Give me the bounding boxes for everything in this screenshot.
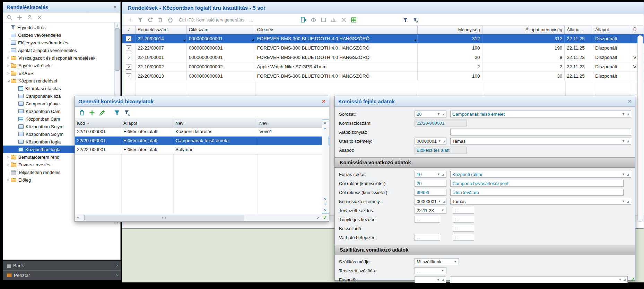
- add-icon[interactable]: [88, 109, 95, 116]
- frame-icon[interactable]: [320, 16, 327, 23]
- sorozat-code-combo[interactable]: 20▼: [415, 111, 446, 117]
- column-header-ugyfel[interactable]: Ü: [631, 26, 644, 34]
- tervezett-szallitas-date[interactable]: . .▼: [415, 267, 446, 274]
- column-header-allapot-mennyiseg[interactable]: Állapot mennyiség: [482, 26, 565, 34]
- row-checkbox[interactable]: ✓: [126, 36, 131, 42]
- confirm-check-icon[interactable]: ✓: [630, 277, 635, 283]
- expander-icon[interactable]: ▷: [6, 64, 11, 67]
- table-row[interactable]: ✓ 22-20/00014 0000000000001 FOREVER BMS-…: [122, 34, 644, 44]
- clear-icon[interactable]: [340, 16, 347, 23]
- expander-icon[interactable]: ▷: [6, 178, 11, 182]
- szallitas-modja-combo[interactable]: Mi szállítunk▼: [415, 258, 459, 265]
- dialog-table-row-selected[interactable]: 22/20-000001 Előkészítés alatt Camponána…: [75, 137, 329, 146]
- forras-code-combo[interactable]: 10▼: [415, 171, 446, 178]
- search-icon[interactable]: [6, 14, 13, 21]
- cel-raktar-name-input[interactable]: Campona bevásárlóközpont: [450, 180, 624, 187]
- goto-last-icon[interactable]: <: [322, 207, 329, 213]
- add-icon[interactable]: [127, 16, 133, 23]
- filter-remove-icon[interactable]: [412, 16, 419, 23]
- column-header-nev2[interactable]: Név: [257, 119, 321, 127]
- sidebar-item-visszaigazolt[interactable]: ▷Visszaigazolt és diszponált rendelések: [3, 54, 120, 62]
- dialog-horizontal-scrollbar[interactable]: < III > ✓: [75, 214, 329, 221]
- komissiozo-name-combo[interactable]: Tamás▼: [450, 198, 631, 205]
- sidebar-item-kozpont-rendelesei[interactable]: ◢Központ rendelései: [3, 77, 120, 85]
- expander-icon[interactable]: ▷: [6, 71, 11, 75]
- scroll-down-icon[interactable]: <: [322, 196, 329, 202]
- module-penztar[interactable]: Pénztár >: [3, 270, 121, 280]
- table-row[interactable]: ✓ 22-10/00002 0000000000002 Apple Watch …: [122, 62, 644, 72]
- tenyleges-kezdes-time[interactable]: : :: [453, 216, 474, 223]
- fuvarkor-name-combo[interactable]: ▼: [450, 276, 628, 283]
- page-up-icon[interactable]: «: [322, 126, 329, 131]
- eye-icon[interactable]: [310, 16, 317, 23]
- row-checkbox[interactable]: ✓: [126, 55, 131, 60]
- sidebar-item-osszes-vevorendeles[interactable]: Összes vevőrendelés: [3, 31, 120, 39]
- row-checkbox[interactable]: ✓: [126, 45, 131, 51]
- column-header-mennyiseg[interactable]: Mennyiség: [418, 26, 482, 34]
- column-header-nev[interactable]: Név: [173, 119, 257, 127]
- table-row[interactable]: ✓ 22-20/00013 0000000000001 FOREVER BMS-…: [122, 72, 644, 81]
- dialog-table-row[interactable]: 22/10-000001 Előkészítés alatt Központi …: [75, 128, 329, 137]
- column-header-rendelesszam[interactable]: Rendelésszám: [136, 26, 187, 34]
- scroll-up-icon[interactable]: <: [115, 23, 120, 28]
- table-vertical-scrollbar[interactable]: [637, 35, 643, 222]
- sidebar-item-egyeb-szuresek[interactable]: ▷Egyéb szűrések: [3, 62, 120, 69]
- dialog-close-button[interactable]: ×: [628, 98, 632, 104]
- forras-name-combo[interactable]: Központi raktár▼: [450, 171, 631, 178]
- expander-icon[interactable]: ▷: [6, 56, 11, 60]
- tervezett-kezdes-date[interactable]: 22.11.23▼: [415, 207, 446, 214]
- utasito-name-combo[interactable]: Tamás▼: [450, 138, 631, 144]
- export-document-icon[interactable]: [300, 16, 307, 23]
- table-row[interactable]: ✓ 22-22/00007 0000000000001 FOREVER BMS-…: [122, 44, 644, 53]
- tenyleges-kezdes-date[interactable]: . .: [415, 216, 440, 223]
- row-checkbox[interactable]: ✓: [126, 73, 131, 79]
- column-header-allapot[interactable]: Állapot: [593, 26, 631, 34]
- add-icon[interactable]: [16, 14, 23, 21]
- sidebar-item-kitarolasi-utasitas[interactable]: Kitárolási utasítás: [3, 85, 120, 92]
- alapbizonylat-input[interactable]: [450, 129, 631, 135]
- utasito-code-combo[interactable]: 00000001▼: [415, 138, 446, 144]
- expander-icon[interactable]: ▷: [6, 163, 11, 166]
- filter-icon[interactable]: [137, 16, 143, 23]
- filter-apply-icon[interactable]: [402, 16, 409, 23]
- column-header-check[interactable]: ✓: [122, 26, 136, 34]
- column-header-allapot-datum[interactable]: Állapo...: [565, 26, 593, 34]
- filter-remove-icon[interactable]: [123, 109, 130, 116]
- scrollbar-thumb[interactable]: [115, 28, 120, 71]
- komissiozo-code-combo[interactable]: 00000001▼: [415, 198, 446, 205]
- scrollbar-thumb[interactable]: III: [84, 215, 244, 220]
- varhato-befejezes-date[interactable]: . .: [415, 234, 440, 241]
- column-header-kod[interactable]: Kód▲: [75, 119, 121, 127]
- sidebar-item-ekaer[interactable]: ▷EKAER: [3, 69, 120, 77]
- sidebar-item-egyedi-szures[interactable]: Egyedi szűrés: [3, 24, 120, 31]
- scroll-right-icon[interactable]: >: [315, 215, 321, 221]
- filter-apply-icon[interactable]: [113, 109, 120, 116]
- expander-icon[interactable]: ▷: [6, 155, 11, 159]
- goto-first-icon[interactable]: <: [322, 120, 329, 126]
- cel-rekesz-name-input[interactable]: Úton lévő áru: [450, 189, 624, 196]
- column-header-cikknev[interactable]: Cikknév: [255, 26, 418, 34]
- dialog-close-button[interactable]: ×: [322, 98, 325, 104]
- cel-raktar-code-input[interactable]: 20: [415, 180, 446, 187]
- sidebar-item-ajanlat-allapotu[interactable]: Ajánlat állapotú vevőrendelés: [3, 46, 120, 54]
- confirm-check-icon[interactable]: ✓: [323, 214, 327, 221]
- becsult-ido-time[interactable]: : :: [453, 225, 474, 232]
- scroll-left-icon[interactable]: <: [75, 215, 81, 221]
- fuvarkor-code-combo[interactable]: ▼: [415, 276, 446, 283]
- clear-filter-icon[interactable]: [36, 14, 43, 21]
- delete-icon[interactable]: [157, 16, 164, 23]
- column-header-allapot[interactable]: Állapot: [121, 119, 173, 127]
- print-icon[interactable]: [167, 16, 174, 23]
- column-header-cikkszam[interactable]: Cikkszám: [187, 26, 255, 34]
- more-icon[interactable]: ...: [249, 17, 253, 23]
- delete-icon[interactable]: [78, 109, 85, 116]
- refresh-icon[interactable]: [147, 16, 154, 23]
- user-icon[interactable]: [26, 14, 33, 21]
- module-bank[interactable]: Bank >: [3, 261, 121, 270]
- expander-icon[interactable]: ◢: [6, 79, 11, 82]
- table-row[interactable]: ✓ 22-10/00001 0000000000001 FOREVER BMS-…: [122, 53, 644, 62]
- sidebar-item-elojegyzett[interactable]: Előjegyzett vevőrendelés: [3, 39, 120, 46]
- tervezett-kezdes-time[interactable]: : :: [453, 207, 474, 214]
- sidebar-close-button[interactable]: ×: [113, 4, 117, 10]
- varhato-befejezes-time[interactable]: : :: [453, 234, 474, 241]
